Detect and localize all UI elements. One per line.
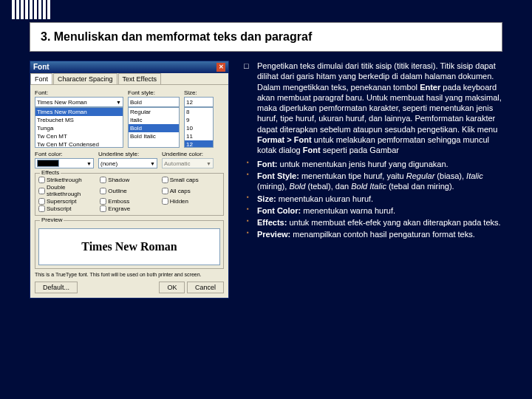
- effects-group-label: Effects: [40, 169, 61, 176]
- check-shadow[interactable]: Shadow: [100, 177, 158, 183]
- dialog-title-text: Font: [33, 63, 50, 72]
- check-dblstrike[interactable]: Double strikethrough: [38, 184, 97, 197]
- dialog-titlebar: Font ✕: [30, 61, 228, 73]
- tab-font[interactable]: Font: [30, 73, 52, 84]
- cancel-button[interactable]: Cancel: [187, 282, 224, 293]
- font-color-combo[interactable]: ▼: [35, 158, 94, 168]
- list-item[interactable]: 12: [185, 140, 213, 148]
- list-item[interactable]: 9: [185, 116, 213, 124]
- list-item[interactable]: Regular: [129, 108, 179, 116]
- bullet-style: Font Style: menentukan tipe huruf, yaitu…: [257, 171, 502, 192]
- tab-text-effects[interactable]: Text Effects: [118, 73, 161, 84]
- default-button[interactable]: Default...: [35, 282, 78, 293]
- list-item[interactable]: Italic: [129, 116, 179, 124]
- size-combo[interactable]: 12: [184, 97, 214, 107]
- label-underline-style: Underline style:: [98, 151, 157, 157]
- list-item[interactable]: Tw Cen MT Condensed: [35, 140, 123, 148]
- font-combo[interactable]: Times New Roman▼: [35, 97, 123, 107]
- check-outline[interactable]: Outline: [100, 184, 158, 197]
- check-engrave[interactable]: Engrave: [100, 205, 158, 212]
- label-style: Font style:: [128, 89, 180, 96]
- list-item[interactable]: Bold: [129, 124, 179, 132]
- list-item[interactable]: 10: [185, 124, 213, 132]
- list-item[interactable]: Trebuchet MS: [35, 116, 123, 124]
- list-item[interactable]: 11: [185, 132, 213, 140]
- preview-group-label: Preview: [40, 216, 64, 223]
- label-font-color: Font color:: [35, 151, 94, 157]
- preview-note: This is a TrueType font. This font will …: [35, 272, 224, 277]
- bullet-effects: Effects: untuk membuat efek-efek yang ak…: [257, 217, 502, 228]
- bullet-color: Font Color: menentukan warna huruf.: [257, 205, 502, 216]
- list-item[interactable]: Times New Roman: [35, 108, 123, 116]
- check-subscript[interactable]: Subscript: [38, 205, 97, 212]
- tab-char-spacing[interactable]: Character Spacing: [53, 73, 117, 84]
- list-item[interactable]: Tunga: [35, 124, 123, 132]
- bullet-font: Font: untuk menentukan jenis huruf yang …: [257, 159, 502, 169]
- label-size: Size:: [184, 89, 214, 96]
- close-icon[interactable]: ✕: [216, 63, 225, 72]
- list-item[interactable]: Bold Italic: [129, 132, 179, 140]
- bullet-size: Size: menentukan ukuran huruf.: [257, 194, 502, 204]
- preview-box: Times New Roman: [38, 228, 220, 265]
- check-superscript[interactable]: Superscript: [38, 198, 97, 205]
- check-strikethrough[interactable]: Strikethrough: [38, 177, 97, 183]
- color-swatch-icon: [37, 160, 59, 167]
- check-emboss[interactable]: Emboss: [100, 198, 158, 205]
- style-combo[interactable]: Bold: [128, 97, 180, 107]
- style-listbox[interactable]: Regular Italic Bold Bold Italic: [128, 107, 180, 148]
- underline-color-combo[interactable]: Automatic▼: [162, 158, 214, 168]
- font-listbox[interactable]: Times New Roman Trebuchet MS Tunga Tw Ce…: [35, 107, 123, 148]
- label-underline-color: Underline color:: [162, 151, 214, 157]
- bullet-preview: Preview: menampilkan contoh hasil pengat…: [257, 229, 502, 239]
- check-smallcaps[interactable]: Small caps: [162, 177, 220, 183]
- list-item[interactable]: Tw Cen MT: [35, 132, 123, 140]
- ok-button[interactable]: OK: [159, 282, 185, 293]
- page-title: 3. Menuliskan dan memformat teks dan par…: [41, 30, 491, 44]
- list-item[interactable]: 8: [185, 108, 213, 116]
- label-font: Font:: [35, 89, 123, 96]
- check-allcaps[interactable]: All caps: [162, 184, 220, 197]
- underline-style-combo[interactable]: (none)▼: [98, 158, 157, 168]
- check-hidden[interactable]: Hidden: [162, 198, 220, 205]
- font-dialog: Font ✕ Font Character Spacing Text Effec…: [30, 61, 229, 299]
- main-paragraph: Pengetikan teks dimulai dari titik sisip…: [257, 61, 502, 156]
- size-listbox[interactable]: 8 9 10 11 12: [184, 107, 214, 148]
